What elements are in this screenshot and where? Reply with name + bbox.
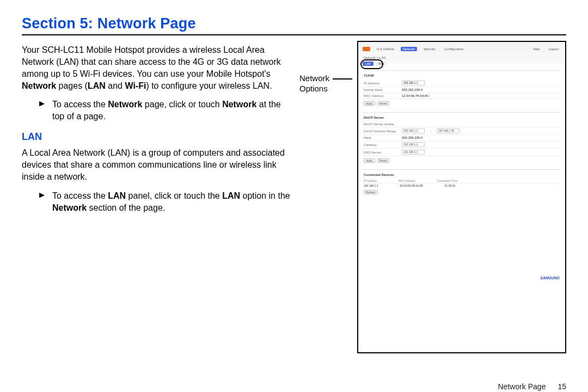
left-column: Your SCH-LC11 Mobile Hotspot provides a … — [22, 41, 291, 353]
nav-logout[interactable]: Logout — [547, 47, 561, 51]
devices-refresh-button[interactable]: Refresh — [364, 190, 378, 194]
right-column: Network Options U.S.Cellular Network Sec… — [291, 41, 566, 353]
dhcp-mask-value: 255.255.255.0 — [402, 136, 422, 139]
tab-lan[interactable]: LAN — [363, 62, 373, 66]
ip-label: IP Address — [364, 82, 396, 85]
row-time: 01:08:10 — [445, 184, 455, 187]
tab-wifi[interactable]: WiFi — [376, 62, 387, 66]
callout-line-2: Options — [299, 84, 329, 94]
breadcrumb: Network > LAN — [364, 56, 561, 59]
page-number: 15 — [558, 382, 566, 391]
subnet-value: 255.255.255.0 — [402, 88, 422, 91]
b2-f: Network — [52, 203, 87, 212]
dhcp-range-dash: - — [430, 130, 431, 133]
dhcp-dns-value[interactable]: 192.168.1.1 — [402, 150, 425, 155]
carrier-logo-icon — [363, 47, 370, 51]
dhcp-gateway-value[interactable]: 192.168.1.1 — [402, 142, 425, 147]
dhcp-panel: DHCP Server DHCP Server enable DHCP Addr… — [363, 112, 561, 167]
bullet-access-network: To access the Network page, click or tou… — [22, 99, 291, 122]
title-underline — [22, 34, 566, 35]
b2-d: LAN — [222, 191, 240, 200]
col-ip: IP Address — [364, 179, 377, 182]
callout-line-1: Network — [299, 74, 329, 84]
tcpip-title: TCP/IP — [364, 74, 561, 77]
intro-text-3: and — [106, 81, 125, 90]
bullet-access-lan: To access the LAN panel, click or touch … — [22, 190, 291, 214]
intro-text-1: Your SCH-LC11 Mobile Hotspot provides a … — [22, 45, 281, 78]
tcpip-apply-button[interactable]: Apply — [364, 101, 375, 106]
ui-topbar: U.S.Cellular Network Security Configurat… — [363, 45, 561, 53]
col-mac: MAC Address — [399, 179, 415, 182]
callout-label: Network Options — [299, 74, 329, 94]
subnet-label: Subnet Mask — [364, 88, 396, 91]
nav-config[interactable]: Configuration — [442, 47, 466, 51]
callout-connector-line — [333, 78, 352, 79]
mac-label: MAC Address — [364, 94, 396, 97]
b1-a: To access the — [52, 100, 108, 109]
b2-c: panel, click or touch the — [126, 191, 222, 200]
dhcp-enable[interactable]: DHCP Server enable — [364, 122, 394, 126]
nav-help[interactable]: Help — [531, 47, 542, 51]
row-ip: 192.168.1.2 — [364, 184, 378, 187]
samsung-logo: SAMSUNG — [540, 276, 560, 280]
intro-text-2: pages ( — [56, 81, 88, 90]
lan-paragraph: A Local Area Network (LAN) is a group of… — [22, 147, 291, 183]
b1-b: Network — [108, 100, 142, 109]
dhcp-apply-button[interactable]: Apply — [364, 158, 375, 163]
dhcp-gateway-label: Gateway — [364, 143, 396, 146]
dhcp-range-start[interactable]: 192.168.1.2 — [402, 128, 425, 133]
b2-b: LAN — [108, 191, 126, 200]
intro-text-4: ) to configure your wireless LAN. — [146, 81, 272, 90]
b2-a: To access the — [52, 191, 108, 200]
intro-bold-network: Network — [22, 81, 56, 90]
b1-d: Network — [222, 100, 256, 109]
ui-screenshot: U.S.Cellular Network Security Configurat… — [358, 42, 565, 352]
devices-panel: Connected Devices IP Address MAC Address… — [363, 169, 561, 199]
dhcp-revert-button[interactable]: Revert — [377, 158, 390, 163]
lan-heading: LAN — [22, 130, 291, 144]
section-title: Section 5: Network Page — [22, 15, 588, 32]
ui-tabs: LAN WiFi — [363, 62, 561, 66]
b2-g: section of the page. — [87, 203, 165, 212]
screenshot: U.S.Cellular Network Security Configurat… — [357, 41, 566, 353]
dhcp-range-end[interactable]: 192.168.1.50 — [437, 128, 460, 133]
dhcp-range-label: DHCP Address Range — [364, 130, 396, 133]
nav-network[interactable]: Network — [401, 47, 417, 51]
mac-value: 12:34:56:78:9A:BC — [402, 94, 430, 97]
intro-paragraph: Your SCH-LC11 Mobile Hotspot provides a … — [22, 44, 291, 92]
col-time: Connection Time — [437, 179, 458, 182]
page-footer: Network Page 15 — [498, 382, 566, 391]
table-row: 192.168.1.2 00:26:82:DB:0e:9B 01:08:10 — [363, 183, 561, 188]
b2-e: option in the — [240, 191, 290, 200]
dhcp-mask-label: Mask — [364, 136, 396, 139]
tcpip-panel: TCP/IP IP Address192.168.1.1 Subnet Mask… — [363, 70, 561, 110]
row-mac: 00:26:82:DB:0e:9B — [400, 184, 422, 187]
dhcp-dns-label: DNS Server — [364, 151, 396, 154]
footer-label: Network Page — [498, 382, 546, 391]
dhcp-title: DHCP Server — [364, 116, 561, 119]
ip-input[interactable]: 192.168.1.1 — [402, 81, 425, 85]
tcpip-revert-button[interactable]: Revert — [377, 101, 390, 106]
intro-bold-wifi: Wi-Fi — [125, 81, 146, 90]
devices-title: Connected Devices — [364, 173, 561, 176]
carrier-name: U.S.Cellular — [375, 47, 396, 51]
b1-c: page, click or touch — [142, 100, 222, 109]
intro-bold-lan: LAN — [88, 81, 106, 90]
nav-security[interactable]: Security — [421, 47, 438, 51]
